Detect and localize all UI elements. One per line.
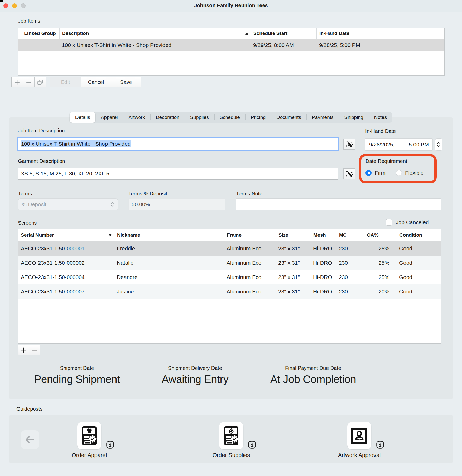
date-requirement-radio-group: Firm Flexible — [365, 170, 424, 176]
screens-table-row[interactable]: AECO-23x31-1.50-000001 Freddie Aluminum … — [18, 241, 441, 256]
screens-table-row[interactable]: AECO-23x31-1.50-000002 Natalie Aluminum … — [18, 256, 441, 270]
remove-job-item-button[interactable] — [23, 77, 34, 87]
job-canceled-checkbox[interactable] — [386, 219, 392, 226]
job-item-description-label[interactable]: Job Item Description — [18, 128, 65, 134]
delivery-date-value: Awaiting Entry — [136, 373, 254, 385]
terms-note-input[interactable] — [236, 198, 441, 210]
screens-table-row[interactable]: AECO-23x31-1.50-000004 Deandre Aluminum … — [18, 270, 441, 284]
radio-flexible-label: Flexible — [405, 170, 424, 176]
remove-screen-button[interactable] — [29, 345, 40, 355]
cell-mc: 230 — [336, 289, 364, 295]
garment-description-label: Garment Description — [18, 158, 65, 164]
save-button[interactable]: Save — [111, 77, 141, 87]
garment-description-input[interactable]: XS:5, S:15, M:25, L:30, XL:20, 2XL:5 — [18, 168, 338, 180]
column-header-nickname[interactable]: Nickname — [114, 229, 224, 241]
tab-decoration[interactable]: Decoration — [150, 112, 185, 123]
add-screen-button[interactable] — [18, 345, 29, 355]
artwork-approval-info-button[interactable] — [376, 441, 384, 450]
job-item-row[interactable]: 100 x Unisex T-Shirt in White - Shop Pro… — [18, 39, 444, 51]
tab-pricing[interactable]: Pricing — [245, 112, 271, 123]
window-title: Johnson Family Reunion Tees — [0, 3, 462, 8]
radio-firm[interactable] — [365, 170, 372, 176]
cell-nickname: Freddie — [114, 245, 224, 252]
autofill-garment-button[interactable] — [343, 168, 355, 179]
column-header-condition[interactable]: Condition — [397, 229, 441, 241]
cell-nickname: Deandre — [114, 274, 224, 280]
order-apparel-button[interactable] — [77, 422, 101, 449]
column-header-in-hand-date[interactable]: In-Hand Date — [316, 28, 444, 39]
cell-nickname: Natalie — [114, 260, 224, 266]
job-items-section-label: Job Items — [18, 18, 40, 24]
sort-ascending-icon — [245, 32, 248, 35]
tab-supplies[interactable]: Supplies — [185, 112, 214, 123]
in-hand-date-input[interactable]: 9/28/2025, 5:00 PM — [365, 138, 433, 151]
job-canceled-control: Job Canceled — [386, 219, 429, 226]
tab-payments[interactable]: Payments — [306, 112, 339, 123]
column-header-description[interactable]: Description — [59, 28, 251, 39]
supplies-purchase-order-icon — [224, 426, 239, 445]
column-header-mc[interactable]: MC — [336, 229, 364, 241]
terms-deposit-field[interactable]: 50.00% — [128, 198, 225, 210]
column-header-mesh[interactable]: Mesh — [311, 229, 336, 241]
job-item-description-input[interactable]: 100 x Unisex T-Shirt in White - Shop Pro… — [18, 138, 338, 150]
in-hand-date-stepper[interactable] — [435, 138, 442, 151]
cell-serial-number: AECO-23x31-1.50-000004 — [18, 274, 114, 280]
tab-schedule[interactable]: Schedule — [214, 112, 245, 123]
back-arrow-icon — [25, 435, 35, 444]
delivery-date-label: Shipment Delivery Date — [136, 365, 254, 371]
cell-mc: 230 — [336, 245, 364, 252]
column-header-linked-group[interactable]: Linked Group — [18, 28, 59, 39]
job-items-table-header: Linked Group Description Schedule Start … — [18, 28, 444, 39]
job-canceled-label: Job Canceled — [396, 219, 429, 225]
info-icon — [376, 441, 384, 449]
tab-apparel[interactable]: Apparel — [95, 112, 123, 123]
screens-table-header: Serial Number Nickname Frame Size Mesh M… — [18, 229, 441, 241]
cell-size: 23" x 31" — [276, 274, 311, 280]
artwork-approval-button[interactable] — [347, 422, 371, 449]
order-supplies-button[interactable] — [219, 422, 243, 449]
job-item-schedule-start-cell: 9/29/25, 8:00 AM — [251, 42, 316, 48]
order-apparel-info-button[interactable] — [106, 441, 114, 450]
sort-descending-icon — [109, 234, 112, 236]
duplicate-job-item-button[interactable] — [34, 77, 46, 87]
column-header-schedule-start[interactable]: Schedule Start — [251, 28, 316, 39]
add-job-item-button[interactable] — [12, 77, 23, 87]
shipment-date-block: Shipment Date Pending Shipment — [18, 365, 136, 385]
radio-flexible[interactable] — [396, 170, 402, 176]
column-header-frame[interactable]: Frame — [224, 229, 276, 241]
job-items-edit-actions: Edit Cancel Save — [50, 77, 141, 87]
tab-documents[interactable]: Documents — [271, 112, 306, 123]
cell-frame: Aluminum Eco — [224, 289, 276, 295]
order-supplies-info-button[interactable] — [248, 441, 256, 450]
cell-oa-percent: 25% — [364, 260, 397, 266]
chevron-down-icon — [437, 145, 441, 147]
terms-select[interactable]: % Deposit — [18, 198, 118, 210]
screens-table-row[interactable]: AECO-23x31-1.50-000007 Justine Aluminum … — [18, 284, 441, 299]
column-header-serial-number[interactable]: Serial Number — [18, 229, 114, 241]
guidepost-back-button[interactable] — [21, 430, 39, 449]
final-payment-label: Final Payment Due Date — [254, 365, 372, 371]
screens-table: Serial Number Nickname Frame Size Mesh M… — [18, 229, 441, 344]
tab-shipping[interactable]: Shipping — [339, 112, 369, 123]
job-items-list-actions — [11, 77, 46, 87]
info-icon — [106, 441, 114, 449]
cell-frame: Aluminum Eco — [224, 245, 276, 252]
edit-button[interactable]: Edit — [50, 77, 81, 87]
final-payment-value: At Job Completion — [254, 373, 372, 385]
column-header-oa-percent[interactable]: OA% — [364, 229, 397, 241]
tab-artwork[interactable]: Artwork — [123, 112, 150, 123]
guideposts-section-label: Guideposts — [16, 406, 42, 412]
plus-icon — [20, 346, 28, 354]
radio-firm-label: Firm — [375, 170, 386, 176]
column-header-size[interactable]: Size — [276, 229, 311, 241]
cell-oa-percent: 20% — [364, 289, 397, 295]
in-hand-time-value[interactable]: 5:00 PM — [409, 142, 429, 148]
tab-details[interactable]: Details — [70, 112, 95, 123]
autofill-description-button[interactable] — [343, 139, 355, 150]
cancel-button[interactable]: Cancel — [81, 77, 111, 87]
tab-notes[interactable]: Notes — [369, 112, 392, 123]
plus-icon — [13, 78, 21, 86]
screens-list-actions — [18, 345, 40, 355]
in-hand-date-value[interactable]: 9/28/2025, — [369, 142, 394, 148]
cell-mesh: Hi-DRO — [311, 289, 336, 295]
